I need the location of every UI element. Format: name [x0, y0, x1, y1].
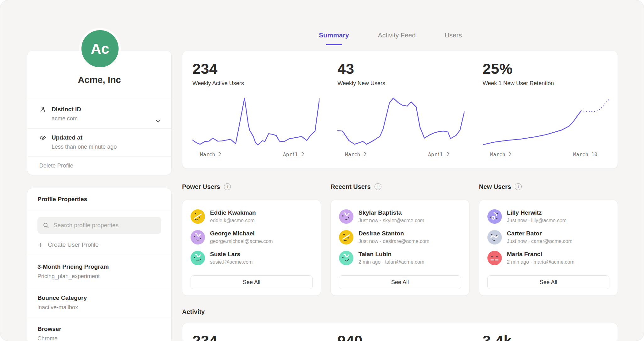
list-item[interactable]: Skylar BaptistaJust now · skyler@acme.co…: [339, 209, 461, 224]
eye-icon: [39, 134, 46, 141]
user-text: Talan Lubin2 min ago · talan@acme.com: [358, 251, 424, 265]
x-axis-labels: March 2April 2: [337, 151, 464, 159]
search-icon: [42, 222, 49, 229]
profile-property-list: 3-Month Pricing ProgramPricing_plan_expe…: [27, 256, 171, 341]
stat-value: 43: [337, 61, 472, 76]
x-axis-labels: March 2April 2: [192, 151, 319, 159]
stat-value: 234: [192, 61, 327, 76]
field-label: Updated at: [52, 134, 82, 141]
field-updated-at: Updated at Less than one minute ago: [27, 128, 171, 157]
property-label: 3-Month Pricing Program: [37, 263, 161, 270]
user-text: Susie Larssusie.l@acme.com: [210, 251, 253, 265]
user-subtext: eddie.k@acme.com: [210, 218, 256, 223]
sparkline-wrap: March 2April 2: [337, 96, 464, 159]
search-input[interactable]: [53, 222, 156, 229]
x-axis-label-right: March 10: [573, 151, 597, 157]
activity-stat-value: 940: [327, 332, 472, 341]
user-section-power-users: Power UsersiEddie Kwakmaneddie.k@acme.co…: [182, 182, 321, 296]
x-axis-labels: March 2March 10: [483, 151, 610, 159]
user-name: George Michael: [210, 230, 273, 237]
profile-properties-card: Profile Properties Create User Profile 3…: [27, 188, 172, 341]
user-list-card: Skylar BaptistaJust now · skyler@acme.co…: [330, 200, 469, 296]
activity-stat-value: 3.4k: [473, 332, 618, 341]
create-user-profile-button[interactable]: Create User Profile: [37, 241, 161, 248]
profile-properties-title: Profile Properties: [27, 188, 171, 210]
user-subtext: george.michael@acme.com: [210, 239, 273, 244]
sparkline-wrap: March 2April 2: [192, 96, 319, 159]
property-value: Pricing_plan_experiment: [37, 273, 161, 280]
list-item[interactable]: Talan Lubin2 min ago · talan@acme.com: [339, 251, 461, 265]
list-item[interactable]: Lilly HerwitzJust now · lilly@acme.com: [487, 209, 609, 224]
list-item[interactable]: Susie Larssusie.l@acme.com: [191, 251, 313, 265]
see-all-button[interactable]: See All: [191, 275, 313, 289]
profile-property-row[interactable]: BrowserChrome: [27, 318, 171, 341]
user-avatar: [191, 251, 205, 265]
list-item[interactable]: Maria Franci2 min ago · maria@acme.com: [487, 251, 609, 265]
user-avatar: [339, 230, 353, 245]
user-list-card: Lilly HerwitzJust now · lilly@acme.comCa…: [479, 200, 618, 296]
see-all-button[interactable]: See All: [339, 275, 461, 289]
search-input-wrapper[interactable]: [37, 217, 161, 234]
stat-label: Week 1 New User Retention: [483, 80, 618, 87]
user-name: Lilly Herwitz: [507, 209, 567, 217]
user-name: Maria Franci: [507, 251, 575, 258]
field-value: Less than one minute ago: [52, 144, 160, 150]
list-item[interactable]: Carter BatorJust now · carter@acme.com: [487, 230, 609, 245]
see-all-button[interactable]: See All: [487, 275, 609, 289]
sparkline-chart: [483, 96, 610, 149]
summary-stat-weekly-new-users: 43Weekly New UsersMarch 2April 2: [327, 61, 472, 168]
user-avatar: [487, 209, 502, 224]
activity-title: Activity: [182, 308, 205, 316]
section-header: Recent Usersi: [330, 182, 469, 191]
create-user-profile-label: Create User Profile: [48, 241, 99, 248]
summary-card: 234Weekly Active UsersMarch 2April 243We…: [182, 51, 618, 169]
property-label: Bounce Category: [37, 294, 161, 301]
section-title: Recent Users: [330, 183, 371, 190]
profile-property-row[interactable]: Bounce Categoryinactive-mailbox: [27, 287, 171, 318]
stat-label: Weekly New Users: [337, 80, 472, 87]
property-label: Browser: [37, 326, 161, 333]
user-avatar: [487, 251, 502, 265]
x-axis-label-right: April 2: [428, 151, 449, 157]
user-name: Skylar Baptista: [358, 209, 424, 217]
user-name: Susie Lars: [210, 251, 253, 258]
list-item[interactable]: George Michaelgeorge.michael@acme.com: [191, 230, 313, 245]
tab-users[interactable]: Users: [445, 31, 462, 45]
app-window: Ac Acme, Inc Distinct ID acme.com: [0, 0, 644, 341]
field-distinct-id: Distinct ID acme.com: [27, 100, 171, 128]
user-sections: Power UsersiEddie Kwakmaneddie.k@acme.co…: [182, 182, 618, 296]
list-item[interactable]: Desirae StantonJust now · desirare@acme.…: [339, 230, 461, 245]
field-value: acme.com: [52, 115, 160, 122]
user-text: Desirae StantonJust now · desirare@acme.…: [358, 230, 429, 244]
user-avatar: [191, 230, 205, 245]
profile-property-row[interactable]: 3-Month Pricing ProgramPricing_plan_expe…: [27, 256, 171, 287]
user-section-new-users: New UsersiLilly HerwitzJust now · lilly@…: [479, 182, 618, 296]
delete-profile-button[interactable]: Delete Profile: [27, 157, 171, 175]
avatar: Ac: [79, 28, 121, 69]
person-icon: [39, 106, 46, 113]
info-icon[interactable]: i: [375, 183, 381, 190]
user-subtext: 2 min ago · maria@acme.com: [507, 259, 575, 265]
tab-activity-feed[interactable]: Activity Feed: [378, 31, 416, 45]
section-title: New Users: [479, 183, 511, 190]
plus-icon: [37, 242, 43, 248]
info-icon[interactable]: i: [515, 183, 522, 190]
chevron-down-icon[interactable]: [154, 117, 162, 125]
summary-stat-weekly-active-users: 234Weekly Active UsersMarch 2April 2: [182, 61, 327, 168]
user-text: Carter BatorJust now · carter@acme.com: [507, 230, 572, 244]
activity-stat-value: 234: [182, 332, 327, 341]
info-icon[interactable]: i: [224, 183, 231, 190]
user-list-card: Eddie Kwakmaneddie.k@acme.comGeorge Mich…: [182, 200, 321, 296]
sparkline-chart: [192, 96, 319, 149]
user-subtext: Just now · carter@acme.com: [507, 239, 572, 244]
user-name: Desirae Stanton: [358, 230, 429, 237]
tab-summary[interactable]: Summary: [319, 31, 349, 45]
stat-label: Weekly Active Users: [192, 80, 327, 87]
x-axis-label-left: March 2: [345, 151, 366, 157]
list-item[interactable]: Eddie Kwakmaneddie.k@acme.com: [191, 209, 313, 224]
user-avatar: [339, 251, 353, 265]
avatar-initials: Ac: [91, 40, 109, 57]
user-name: Eddie Kwakman: [210, 209, 256, 217]
user-subtext: Just now · skyler@acme.com: [358, 218, 424, 223]
x-axis-label-left: March 2: [490, 151, 511, 157]
